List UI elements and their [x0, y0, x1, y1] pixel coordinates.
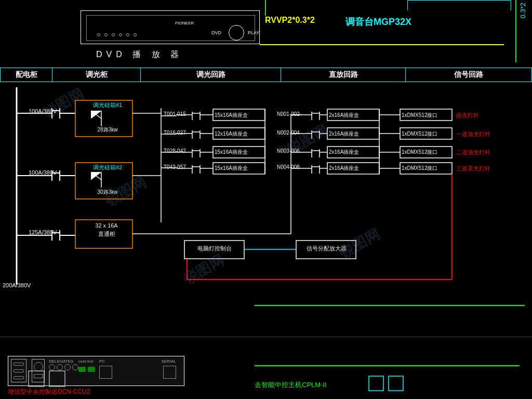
socket-label-n004: 2x16A插座盒	[329, 165, 359, 172]
mixer-label: 调音台MGP32X	[345, 16, 411, 28]
top-section: PIONEER DVD PLAY DVD 播 放 器 RVVP2*0.3*2 调…	[0, 0, 532, 68]
svg-line-22	[91, 172, 101, 180]
main-canvas: 锐图网 锐图网 锐图网 锐图网 锐图网 PIONEER DVD PLAY	[0, 0, 532, 399]
dimmer-box1-sublabel: 28路3kw	[79, 126, 136, 134]
rvvp-label: RVVP2*0.3*2	[265, 16, 315, 25]
controller-ports-2	[32, 359, 45, 382]
top-box	[407, 0, 511, 10]
header-row: 配电柜 调光柜 调光回路 直放回路 信号回路	[0, 68, 532, 82]
dvd-btn-5	[126, 33, 129, 36]
play-label: PLAY	[248, 30, 259, 35]
header-cell-dimmer-circuit: 调光回路	[141, 68, 281, 82]
dvd-btn-3	[112, 33, 115, 36]
green-arrow-right	[515, 0, 516, 62]
circuit-id-t016: T016-027	[164, 130, 186, 136]
controller-panel-label: coni trol	[78, 359, 93, 364]
controller-delegates-ports	[49, 364, 78, 370]
dvd-player-box: PIONEER DVD PLAY	[81, 10, 260, 44]
svg-marker-19	[91, 111, 101, 118]
light-label-2: 一道顶光灯杆	[456, 130, 490, 138]
circuit-id-t028: T028-042	[164, 148, 186, 154]
dvd-label: DVD	[211, 30, 221, 35]
svg-line-20	[91, 111, 101, 118]
light-label-4: 三道景光灯杆	[456, 165, 490, 172]
socket-label-t001: 15x16A插座盒	[215, 112, 248, 119]
socket-label-n003: 2x16A插座盒	[329, 149, 359, 156]
pc-control-label: 电脑灯控制台	[186, 245, 243, 252]
bottom-section: DELEGATES coni trol PC SERIAL 增强型中央控制器DC…	[0, 337, 532, 399]
dvd-btn-2	[104, 33, 108, 36]
light-label-1: 面光灯杆	[456, 112, 479, 119]
dmx-label-1: 1xDMX512接口	[402, 112, 437, 119]
controller-box: DELEGATES coni trol PC SERIAL	[8, 356, 184, 386]
controller-serial-label: SERIAL	[162, 359, 176, 364]
controller-serial-port	[163, 366, 176, 379]
voltage-label-2: 100A/380V	[29, 169, 57, 176]
header-cell-signal-circuit: 信号回路	[406, 68, 531, 82]
circuit-id-n002: N002-004	[277, 130, 300, 136]
dmx-label-3: 1xDMX512接口	[402, 149, 437, 156]
socket-label-n002: 2x16A插座盒	[329, 130, 359, 138]
svg-rect-105	[389, 376, 403, 391]
light-label-3: 二道顶光灯杆	[456, 149, 490, 156]
voltage-label-4: 200A/380V	[3, 282, 31, 288]
circuit-id-t043: T043-057	[164, 164, 186, 170]
voltage-label-1: 100A/380V	[29, 108, 57, 114]
controller-small-buttons	[78, 367, 95, 372]
svg-marker-24	[91, 172, 101, 180]
voltage-label-3: 125A/380V	[29, 229, 57, 235]
dvd-player-inner: PIONEER DVD PLAY	[86, 15, 255, 41]
dvd-title: DVD 播 放 器	[96, 49, 183, 60]
dvd-btn-1	[97, 33, 100, 36]
svg-line-17	[91, 111, 101, 118]
header-cell-distribution: 配电柜	[1, 68, 52, 82]
pioneer-label: PIONEER	[175, 21, 194, 25]
dvd-buttons-row	[97, 33, 137, 36]
smart-host-label: 去智能中控主机CPLM-II	[255, 380, 327, 390]
circuit-id-n003: N003-006	[277, 148, 300, 154]
header-cell-direct-circuit: 直放回路	[281, 68, 406, 82]
vertical-cable-label: 0.3*2	[519, 3, 527, 18]
socket-label-t028: 15x16A插座盒	[215, 149, 248, 156]
controller-pc-label: PC	[99, 359, 105, 364]
direct-box-label: 32 x 16A 直通柜	[77, 221, 136, 238]
dmx-label-2: 1xDMX512接口	[402, 130, 437, 138]
socket-label-t043: 15x16A插座盒	[215, 165, 248, 172]
dvd-btn-4	[119, 33, 122, 36]
svg-rect-104	[369, 376, 383, 391]
dvd-btn-6	[134, 33, 137, 36]
dmx-label-4: 1xDMX512接口	[402, 165, 437, 172]
signal-amp-label: 信号分配放大器	[298, 245, 355, 252]
green-arrow-left	[265, 0, 266, 16]
circuit-id-n004: N004-008	[277, 164, 300, 170]
dimmer-box1-label: 调光硅箱#1	[79, 101, 136, 109]
dimmer-box2-sublabel: 30路3kw	[79, 189, 136, 196]
controller-ports-left	[11, 359, 26, 382]
circuit-id-n001: N001-002	[277, 111, 300, 117]
controller-pc-port	[99, 366, 112, 379]
controller-main-label: 增强型中央控制器DCN-CCU2	[8, 388, 90, 396]
controller-delegates-label: DELEGATES	[49, 359, 73, 364]
socket-label-n001: 2x16A插座盒	[329, 112, 359, 119]
socket-label-t016: 12x16A插座盒	[215, 130, 248, 138]
circuit-id-t001: T001-015	[164, 111, 186, 117]
dimmer-box2-label: 调光硅箱#2	[79, 164, 136, 171]
dvd-disc-circle	[229, 25, 244, 41]
yellow-cable-line	[260, 44, 504, 45]
svg-line-25	[91, 172, 101, 180]
header-cell-dimmer-cabinet: 调光柜	[52, 68, 141, 82]
